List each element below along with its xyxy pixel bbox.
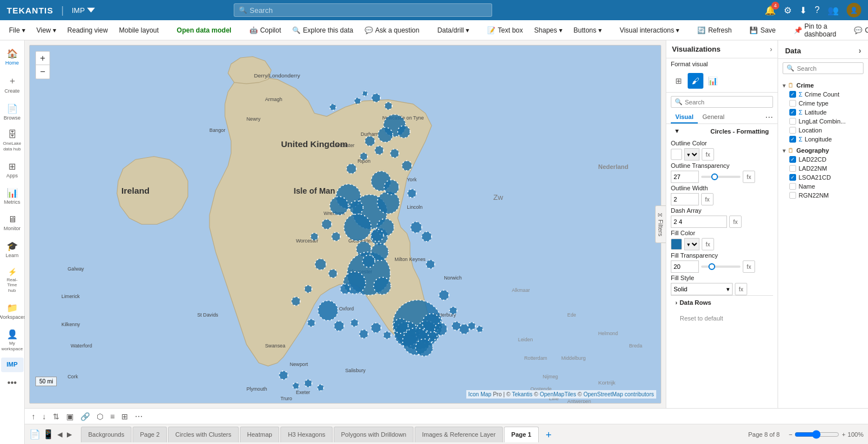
sidebar-item-learn[interactable]: 🎓 Learn — [1, 237, 24, 262]
fill-color-swatch[interactable] — [671, 239, 682, 250]
menu-view[interactable]: View ▾ — [32, 24, 61, 36]
menu-explore[interactable]: 🔍 Explore this data — [288, 24, 357, 36]
menu-save[interactable]: 💾 Save — [745, 24, 780, 36]
toolbar-more[interactable]: ⋯ — [133, 411, 145, 422]
help-button[interactable]: ? — [815, 5, 820, 15]
menu-data-drill[interactable]: Data/drill ▾ — [433, 24, 474, 36]
data-rows-header[interactable]: › Data Rows — [671, 295, 773, 309]
menu-buttons[interactable]: Buttons ▾ — [569, 24, 606, 36]
menu-chat[interactable]: 💬 Chat — [849, 24, 868, 36]
outline-transparency-slider[interactable] — [701, 176, 740, 178]
tree-item-location[interactable]: Location — [778, 126, 868, 135]
tab-polygons[interactable]: Polygons with Drilldown — [334, 427, 413, 442]
latitude-checkbox[interactable]: ✓ — [789, 109, 796, 116]
toolbar-link[interactable]: 🔗 — [78, 411, 92, 422]
tab-backgrounds[interactable]: Backgrounds — [81, 427, 131, 442]
sidebar-item-metrics[interactable]: 📊 Metrics — [1, 184, 24, 209]
toolbar-layout[interactable]: ⊞ — [119, 411, 130, 422]
format-icon-chart[interactable]: 📊 — [705, 73, 720, 89]
zoom-in-btn[interactable]: + — [842, 431, 845, 438]
tab-images[interactable]: Images & Reference Layer — [415, 427, 503, 442]
longitude-checkbox[interactable]: ✓ — [789, 136, 796, 143]
fill-style-dropdown[interactable]: Solid ▾ — [671, 283, 733, 295]
name-checkbox[interactable] — [789, 183, 796, 190]
dash-array-input[interactable] — [671, 216, 727, 228]
menu-ask[interactable]: 💬 Ask a question — [360, 24, 424, 36]
toolbar-updown[interactable]: ⇅ — [51, 411, 62, 422]
menu-mobile-layout[interactable]: Mobile layout — [115, 24, 163, 36]
add-page-button[interactable]: + — [542, 429, 556, 442]
notifications-button[interactable]: 🔔 4 — [765, 5, 776, 16]
zoom-slider[interactable] — [794, 430, 839, 439]
outline-color-swatch[interactable] — [671, 149, 682, 160]
page-icon[interactable]: 📄 — [29, 429, 40, 440]
map-container[interactable]: United Kingdom Isle of Man Ireland Derry… — [29, 45, 661, 404]
format-icon-table[interactable]: ⊞ — [671, 73, 687, 89]
tree-crime-header[interactable]: ▾ 🗒 Crime — [778, 81, 868, 90]
sidebar-item-browse[interactable]: 📄 Browse — [1, 100, 24, 125]
menu-copilot[interactable]: 🤖 Copilot — [245, 24, 285, 36]
viz-tab-more[interactable]: ⋯ — [765, 113, 773, 122]
lnglat-checkbox[interactable] — [789, 118, 796, 125]
tree-item-lad22nm[interactable]: LAD22NM — [778, 164, 868, 173]
global-search[interactable]: 🔍 — [234, 3, 492, 17]
download-button[interactable]: ⬇ — [799, 5, 807, 16]
tree-item-crime-type[interactable]: Crime type — [778, 99, 868, 108]
search-input[interactable] — [249, 6, 487, 15]
settings-button[interactable]: ⚙ — [784, 5, 792, 16]
menu-text-box[interactable]: 📝 Text box — [483, 24, 528, 36]
fill-style-fx[interactable]: fx — [735, 283, 747, 295]
tree-item-latitude[interactable]: ✓ Σ Latitude — [778, 108, 868, 117]
outline-color-fx[interactable]: fx — [702, 148, 714, 161]
outline-width-input[interactable] — [671, 193, 699, 205]
tree-item-lnglat[interactable]: LngLat Combin... — [778, 117, 868, 126]
circles-formatting-header[interactable]: ▾ Circles - Formatting — [671, 124, 773, 138]
menu-pin[interactable]: 📌 Pin to a dashboard — [789, 20, 841, 40]
workspace-selector[interactable]: IMP — [72, 6, 95, 15]
menu-reading-view[interactable]: Reading view — [63, 24, 112, 36]
tab-visual[interactable]: Visual — [671, 111, 698, 123]
zoom-in-button[interactable]: + — [36, 52, 49, 65]
menu-file[interactable]: File ▾ — [4, 24, 30, 36]
tekantis-link[interactable]: Tekantis — [512, 391, 533, 397]
toolbar-up[interactable]: ↑ — [29, 411, 38, 422]
tab-general[interactable]: General — [698, 111, 729, 123]
viz-search-input[interactable] — [685, 99, 769, 106]
sidebar-item-home[interactable]: 🏠 Home — [1, 45, 24, 70]
viz-search[interactable]: 🔍 — [671, 96, 773, 108]
sidebar-item-monitor[interactable]: 🖥 Monitor — [1, 211, 24, 235]
avatar[interactable]: 👤 — [847, 3, 861, 17]
data-search[interactable]: 🔍 — [783, 62, 864, 74]
menu-open-data-model[interactable]: Open data model — [172, 24, 236, 36]
crime-type-checkbox[interactable] — [789, 100, 796, 107]
crime-count-checkbox[interactable]: ✓ — [789, 91, 796, 98]
sidebar-item-create[interactable]: ＋ Create — [1, 72, 24, 98]
phone-icon[interactable]: 📱 — [43, 429, 54, 440]
fill-transparency-fx[interactable]: fx — [743, 260, 755, 273]
filters-tab[interactable]: ⧖ Filters — [655, 205, 666, 244]
data-panel-expand[interactable]: › — [858, 46, 861, 55]
tree-item-name[interactable]: Name — [778, 182, 868, 191]
page-next-btn[interactable]: ▶ — [66, 429, 73, 440]
zoom-out-btn[interactable]: − — [789, 431, 792, 438]
fill-transparency-input[interactable] — [671, 260, 699, 273]
fill-color-fx[interactable]: fx — [702, 238, 714, 250]
tree-geography-header[interactable]: ▾ 🗒 Geography — [778, 146, 868, 155]
sidebar-item-realtime[interactable]: ⚡ Real-Time hub — [1, 264, 24, 297]
menu-visual-interactions[interactable]: Visual interactions ▾ — [615, 24, 684, 36]
fill-color-dropdown[interactable]: ▾ — [684, 238, 699, 250]
dash-array-fx[interactable]: fx — [729, 216, 742, 228]
outline-transparency-fx[interactable]: fx — [743, 171, 755, 183]
outline-color-dropdown[interactable]: ▾ — [684, 148, 699, 161]
rgn22nm-checkbox[interactable] — [789, 192, 796, 199]
lad22nm-checkbox[interactable] — [789, 165, 796, 172]
tree-item-rgn22nm[interactable]: RGN22NM — [778, 191, 868, 200]
sidebar-item-more[interactable]: ••• — [1, 374, 24, 392]
toolbar-align[interactable]: ≡ — [108, 411, 117, 422]
data-search-input[interactable] — [797, 65, 860, 72]
sidebar-item-workspaces[interactable]: 📁 Workspaces — [1, 299, 24, 324]
sidebar-item-apps[interactable]: ⊞ Apps — [1, 158, 24, 182]
viz-panel-expand-btn[interactable]: › — [770, 45, 772, 53]
format-icon-paint[interactable]: 🖌 — [688, 73, 703, 89]
openmaptiles-link[interactable]: OpenMapTiles — [540, 391, 576, 397]
